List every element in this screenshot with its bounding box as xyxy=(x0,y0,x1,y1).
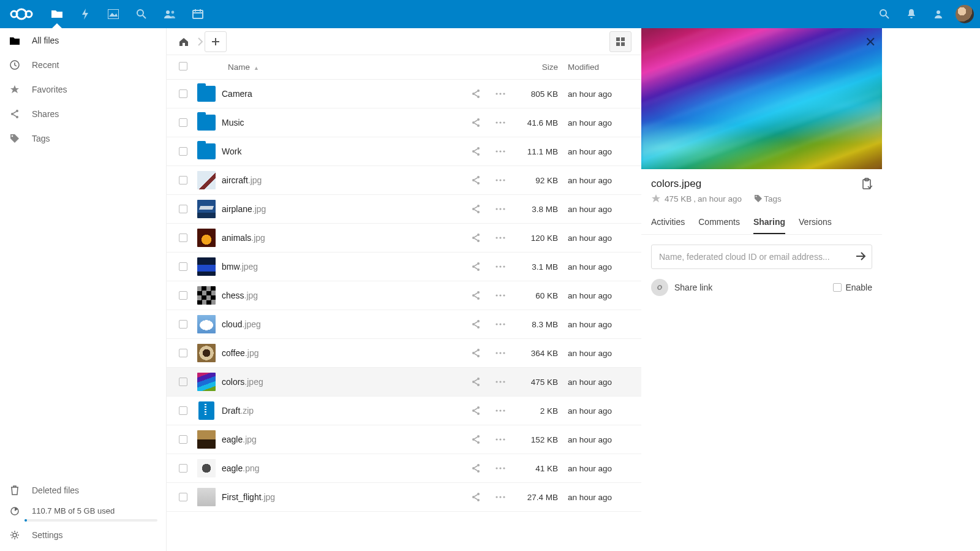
more-icon[interactable] xyxy=(488,381,513,383)
close-icon[interactable]: ✕ xyxy=(865,34,876,50)
tab-versions[interactable]: Versions xyxy=(799,217,832,234)
select-all-checkbox[interactable] xyxy=(179,62,209,72)
table-row[interactable]: bmw.jpeg3.1 MBan hour ago xyxy=(167,253,641,281)
table-row[interactable]: colors.jpeg475 KBan hour ago xyxy=(167,368,641,397)
share-icon[interactable] xyxy=(464,319,488,329)
file-name[interactable]: airplane.jpg xyxy=(222,204,464,214)
table-row[interactable]: animals.jpg120 KBan hour ago xyxy=(167,224,641,253)
notifications-icon[interactable] xyxy=(898,0,925,28)
new-button[interactable] xyxy=(205,31,227,52)
table-row[interactable]: coffee.jpg364 KBan hour ago xyxy=(167,339,641,368)
header-contacts-icon[interactable] xyxy=(925,0,952,28)
table-row[interactable]: Work11.1 MBan hour ago xyxy=(167,137,641,166)
search-app-icon[interactable] xyxy=(127,0,156,28)
enable-share-link[interactable]: Enable xyxy=(833,283,872,292)
nav-settings[interactable]: Settings xyxy=(0,523,166,547)
file-name[interactable]: Work xyxy=(222,146,464,156)
file-name[interactable]: cloud.jpeg xyxy=(222,319,464,329)
row-checkbox[interactable] xyxy=(179,435,197,444)
tab-activities[interactable]: Activities xyxy=(651,217,685,234)
file-name[interactable]: coffee.jpg xyxy=(222,348,464,358)
row-checkbox[interactable] xyxy=(179,176,197,184)
contacts-app-icon[interactable] xyxy=(156,0,184,28)
activity-app-icon[interactable] xyxy=(71,0,99,28)
more-icon[interactable] xyxy=(488,237,513,239)
app-logo[interactable] xyxy=(0,7,43,21)
share-icon[interactable] xyxy=(464,175,488,185)
row-checkbox[interactable] xyxy=(179,262,197,271)
table-row[interactable]: airplane.jpg3.8 MBan hour ago xyxy=(167,195,641,224)
share-icon[interactable] xyxy=(464,146,488,156)
row-checkbox[interactable] xyxy=(179,378,197,386)
clipboard-icon[interactable] xyxy=(861,178,872,190)
more-icon[interactable] xyxy=(488,496,513,498)
row-checkbox[interactable] xyxy=(179,349,197,357)
tags-button[interactable]: Tags xyxy=(754,194,782,203)
table-row[interactable]: Draft.zip2 KBan hour ago xyxy=(167,397,641,425)
more-icon[interactable] xyxy=(488,265,513,268)
table-row[interactable]: chess.jpg60 KBan hour ago xyxy=(167,281,641,310)
row-checkbox[interactable] xyxy=(179,234,197,242)
file-name[interactable]: eagle.png xyxy=(222,463,464,473)
share-icon[interactable] xyxy=(464,406,488,416)
share-icon[interactable] xyxy=(464,435,488,444)
more-icon[interactable] xyxy=(488,438,513,441)
more-icon[interactable] xyxy=(488,121,513,124)
column-name[interactable]: Name▲ xyxy=(209,63,464,72)
nav-tags[interactable]: Tags xyxy=(0,126,166,151)
more-icon[interactable] xyxy=(488,179,513,181)
share-search-input[interactable] xyxy=(651,245,872,269)
row-checkbox[interactable] xyxy=(179,291,197,300)
table-row[interactable]: eagle.jpg152 KBan hour ago xyxy=(167,425,641,454)
file-name[interactable]: First_flight.jpg xyxy=(222,492,464,502)
tab-comments[interactable]: Comments xyxy=(698,217,740,234)
file-name[interactable]: animals.jpg xyxy=(222,233,464,243)
nav-favorites[interactable]: Favorites xyxy=(0,77,166,102)
more-icon[interactable] xyxy=(488,93,513,95)
table-row[interactable]: First_flight.jpg27.4 MBan hour ago xyxy=(167,483,641,512)
file-name[interactable]: Draft.zip xyxy=(222,406,464,416)
row-checkbox[interactable] xyxy=(179,406,197,415)
more-icon[interactable] xyxy=(488,150,513,153)
share-icon[interactable] xyxy=(464,233,488,243)
file-name[interactable]: Music xyxy=(222,118,464,127)
table-row[interactable]: Camera805 KBan hour ago xyxy=(167,80,641,108)
file-name[interactable]: bmw.jpeg xyxy=(222,262,464,272)
share-icon[interactable] xyxy=(464,463,488,473)
file-name[interactable]: chess.jpg xyxy=(222,291,464,300)
star-icon[interactable] xyxy=(651,194,661,203)
row-checkbox[interactable] xyxy=(179,89,197,98)
column-size[interactable]: Size xyxy=(513,63,568,72)
gallery-app-icon[interactable] xyxy=(99,0,127,28)
arrow-right-icon[interactable] xyxy=(854,249,867,263)
row-checkbox[interactable] xyxy=(179,205,197,213)
share-icon[interactable] xyxy=(464,348,488,358)
user-avatar[interactable] xyxy=(956,5,974,23)
header-search-icon[interactable] xyxy=(871,0,898,28)
table-row[interactable]: cloud.jpeg8.3 MBan hour ago xyxy=(167,310,641,339)
more-icon[interactable] xyxy=(488,352,513,354)
breadcrumb-home[interactable] xyxy=(173,31,195,52)
tab-sharing[interactable]: Sharing xyxy=(753,217,785,234)
column-modified[interactable]: Modified xyxy=(568,63,641,72)
nav-all-files[interactable]: All files xyxy=(0,28,166,53)
more-icon[interactable] xyxy=(488,323,513,325)
share-icon[interactable] xyxy=(464,377,488,387)
nav-deleted-files[interactable]: Deleted files xyxy=(0,478,166,503)
file-name[interactable]: Camera xyxy=(222,89,464,99)
share-icon[interactable] xyxy=(464,291,488,300)
share-icon[interactable] xyxy=(464,492,488,502)
more-icon[interactable] xyxy=(488,467,513,469)
table-row[interactable]: aircraft.jpg92 KBan hour ago xyxy=(167,166,641,195)
row-checkbox[interactable] xyxy=(179,320,197,329)
share-icon[interactable] xyxy=(464,204,488,214)
share-icon[interactable] xyxy=(464,118,488,127)
table-row[interactable]: eagle.png41 KBan hour ago xyxy=(167,454,641,483)
file-name[interactable]: eagle.jpg xyxy=(222,435,464,444)
row-checkbox[interactable] xyxy=(179,493,197,501)
row-checkbox[interactable] xyxy=(179,118,197,127)
more-icon[interactable] xyxy=(488,294,513,297)
table-row[interactable]: Music41.6 MBan hour ago xyxy=(167,108,641,137)
share-icon[interactable] xyxy=(464,262,488,272)
grid-view-toggle[interactable] xyxy=(609,31,631,52)
